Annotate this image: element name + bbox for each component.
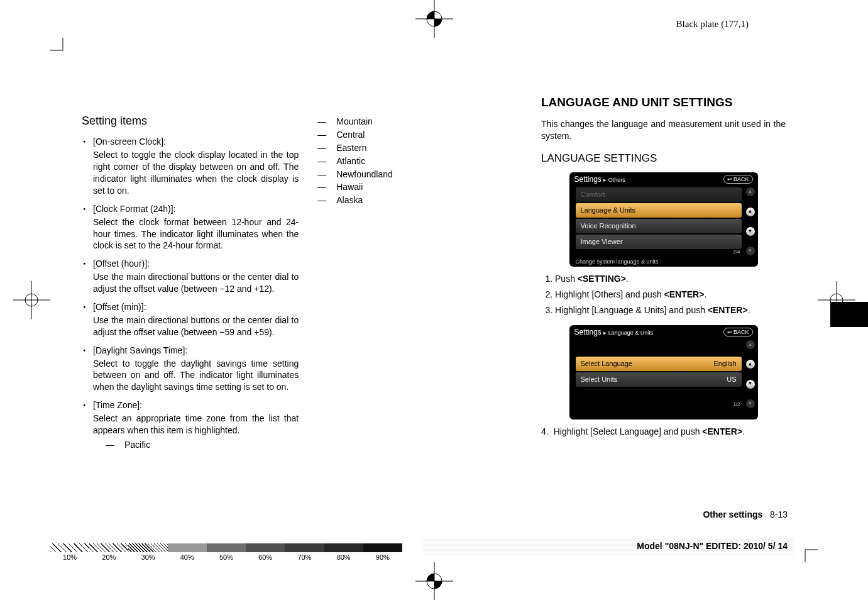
list-item: [Offset (hour)]: Use the main directiona… — [82, 258, 299, 295]
step-item: Highlight [Others] and push <ENTER>. — [555, 289, 786, 301]
percent-label: 30% — [128, 553, 167, 561]
list-item: Alaska — [317, 194, 522, 206]
item-title: [Offset (hour)]: — [93, 258, 299, 270]
registration-mark-bottom — [415, 562, 453, 600]
registration-mark-left — [13, 281, 50, 319]
section-description: This changes the language and measuremen… — [541, 118, 786, 142]
edge-marker — [830, 302, 868, 327]
item-desc: Select the clock format between 12-hour … — [93, 216, 299, 252]
percent-label: 70% — [285, 553, 324, 561]
list-item: Hawaii — [317, 181, 522, 193]
subsection-title: LANGUAGE SETTINGS — [541, 152, 786, 166]
menu-item-select-language[interactable]: Select Language English — [576, 357, 742, 371]
item-title: [Offset (min)]: — [93, 301, 299, 313]
scroll-down-active-icon[interactable]: ▼ — [746, 380, 755, 389]
button-ref: <ENTER> — [702, 426, 742, 436]
menu-item-comfort[interactable]: Comfort — [576, 187, 742, 202]
setting-items-heading: Setting items — [82, 113, 299, 128]
item-desc: Use the main directional buttons or the … — [93, 314, 299, 338]
settings-screenshot: Settings ▸ Others ↩ BACK Comfort Languag… — [569, 172, 758, 267]
step-number: 4. — [541, 426, 549, 438]
registration-mark-top — [415, 0, 453, 38]
button-ref: <ENTER> — [708, 305, 748, 315]
step-item: Highlight [Language & Units] and push <E… — [555, 304, 786, 316]
list-item: Mountain — [317, 116, 522, 128]
screenshot-title: Settings ▸ Language & Units — [574, 327, 654, 337]
crop-mark — [50, 38, 75, 63]
list-item: Eastern — [317, 142, 522, 154]
row-label: Comfort — [581, 190, 605, 199]
button-ref: <ENTER> — [664, 289, 705, 299]
crosshair-icon — [13, 281, 50, 319]
crosshair-icon — [415, 562, 453, 600]
list-item: [Daylight Savings Time]: Select to toggl… — [82, 345, 299, 394]
column-middle: Mountain Central Eastern Atlantic Newfou… — [317, 94, 522, 457]
section-title: LANGUAGE AND UNIT SETTINGS — [541, 94, 786, 111]
screenshot-footer: Change system language & units — [576, 258, 659, 265]
list-item: [Time Zone]: Select an appropriate time … — [82, 399, 299, 451]
item-desc: Select an appropriate time zone from the… — [93, 413, 299, 436]
percent-label: 50% — [207, 553, 246, 561]
list-item: Central — [317, 129, 522, 141]
back-arrow-icon: ↩ — [727, 175, 732, 183]
back-label: BACK — [733, 328, 749, 336]
crop-mark — [793, 537, 818, 562]
footer-section: Other settings — [703, 509, 762, 519]
list-item: [Offset (min)]: Use the main directional… — [82, 301, 299, 338]
title-main: Settings — [574, 328, 602, 336]
timezone-sublist: Pacific — [106, 439, 299, 451]
item-title: [On-screen Clock]: — [93, 136, 299, 148]
percent-label: 60% — [246, 553, 285, 561]
list-item: Atlantic — [317, 155, 522, 167]
row-label: Language & Units — [581, 206, 635, 215]
scroll-up-icon[interactable]: ▲ — [746, 187, 755, 196]
scroll-down-icon[interactable]: ▼ — [746, 399, 755, 408]
scroll-up-active-icon[interactable]: ▲ — [746, 360, 755, 369]
step-item: Highlight [Select Language] and push <EN… — [554, 426, 745, 438]
row-value: English — [713, 359, 736, 369]
list-item: Pacific — [106, 439, 299, 451]
timezone-list: Mountain Central Eastern Atlantic Newfou… — [317, 116, 522, 206]
row-label: Image Viewer — [581, 237, 623, 247]
list-item: [On-screen Clock]: Select to toggle the … — [82, 136, 299, 196]
footer-page-number: 8-13 — [770, 509, 788, 519]
plate-info: Black plate (177,1) — [676, 19, 749, 30]
button-ref: <SETTING> — [578, 274, 626, 284]
percent-label: 20% — [89, 553, 128, 561]
item-desc: Select to toggle the clock display locat… — [93, 149, 299, 197]
back-button[interactable]: ↩ BACK — [723, 328, 753, 336]
menu-item-voice-recognition[interactable]: Voice Recognition — [576, 219, 742, 233]
menu-item-image-viewer[interactable]: Image Viewer — [576, 235, 742, 249]
row-label: Select Units — [581, 375, 618, 384]
setting-items-list: [On-screen Clock]: Select to toggle the … — [82, 136, 299, 450]
scroll-down-icon[interactable]: ▼ — [746, 247, 755, 255]
scroll-up-icon[interactable]: ▲ — [746, 340, 755, 349]
language-units-screenshot: Settings ▸ Language & Units ↩ BACK Selec… — [569, 325, 758, 419]
back-button[interactable]: ↩ BACK — [723, 175, 753, 184]
steps-list: Push <SETTING>. Highlight [Others] and p… — [555, 273, 786, 316]
model-line: Model "08NJ-N" EDITED: 2010/ 5/ 14 — [637, 541, 788, 551]
menu-item-select-units[interactable]: Select Units US — [576, 372, 742, 387]
percent-labels: 10% 20% 30% 40% 50% 60% 70% 80% 90% — [50, 553, 402, 561]
crosshair-icon — [415, 0, 453, 38]
menu-item-language-units[interactable]: Language & Units — [576, 203, 742, 218]
row-value: US — [727, 375, 736, 384]
column-left: Setting items [On-screen Clock]: Select … — [82, 94, 299, 457]
screenshot-title: Settings ▸ Others — [574, 174, 625, 184]
percent-label: 10% — [50, 553, 89, 561]
row-label: Voice Recognition — [581, 221, 636, 231]
print-calibration-bar: 10% 20% 30% 40% 50% 60% 70% 80% 90% — [50, 543, 427, 562]
item-title: [Time Zone]: — [93, 399, 299, 411]
item-desc: Select to toggle the daylight savings ti… — [93, 358, 299, 394]
scroll-up-active-icon[interactable]: ▲ — [746, 208, 755, 216]
title-main: Settings — [574, 175, 602, 184]
page-content: Setting items [On-screen Clock]: Select … — [82, 94, 786, 457]
scroll-down-active-icon[interactable]: ▼ — [746, 227, 755, 236]
item-desc: Use the main directional buttons or the … — [93, 271, 299, 295]
column-right: LANGUAGE AND UNIT SETTINGS This changes … — [541, 94, 786, 457]
list-item: Newfoundland — [317, 169, 522, 181]
percent-label: 80% — [324, 553, 363, 561]
item-title: [Clock Format (24h)]: — [93, 203, 299, 215]
page-indicator: 1/2 — [733, 401, 740, 408]
row-label: Select Language — [581, 359, 633, 369]
